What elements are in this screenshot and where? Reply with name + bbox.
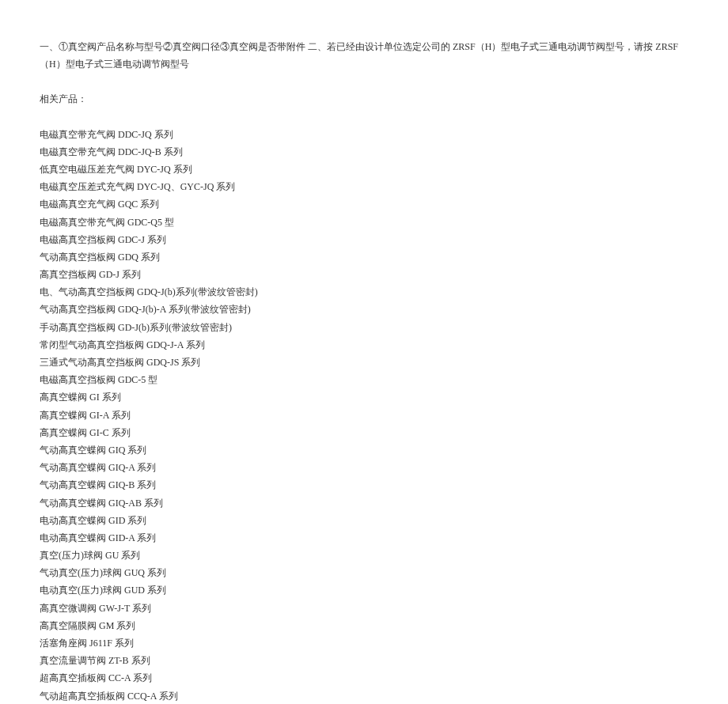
product-item: 电磁真空压差式充气阀 DYC-JQ、GYC-JQ 系列 [40, 178, 688, 195]
product-item: 三通式气动高真空挡板阀 GDQ-JS 系列 [40, 354, 688, 371]
intro-paragraph: 一、①真空阀产品名称与型号②真空阀口径③真空阀是否带附件 二、若已经由设计单位选… [40, 38, 688, 73]
product-item: 高真空蝶阀 GI-C 系列 [40, 424, 688, 441]
product-item: 气动高真空蝶阀 GIQ-AB 系列 [40, 494, 688, 512]
product-item: 高真空蝶阀 GI 系列 [40, 388, 688, 406]
product-item: 电磁真空带充气阀 DDC-JQ 系列 [40, 126, 688, 143]
product-item: 高真空隔膜阀 GM 系列 [40, 617, 688, 634]
product-item: 真空(压力)球阀 GU 系列 [40, 547, 688, 564]
product-item: 电动高真空蝶阀 GID-A 系列 [40, 529, 688, 547]
product-item: 电磁高真空带充气阀 GDC-Q5 型 [40, 214, 688, 231]
product-item: 超高真空插板阀 CC-A 系列 [40, 669, 688, 687]
product-item: 气动高真空蝶阀 GIQ-A 系列 [40, 459, 688, 476]
related-products-heading: 相关产品： [40, 90, 688, 108]
product-item: 电、气动高真空挡板阀 GDQ-J(b)系列(带波纹管密封) [40, 283, 688, 301]
product-item: 电磁高真空挡板阀 GDC-5 型 [40, 371, 688, 388]
product-item: 气动超高真空插板阀 CCQ-A 系列 [40, 687, 688, 704]
product-item: 高真空蝶阀 GI-A 系列 [40, 407, 688, 424]
product-list: 电磁真空带充气阀 DDC-JQ 系列电磁真空带充气阀 DDC-JQ-B 系列低真… [40, 126, 688, 704]
product-item: 气动真空(压力)球阀 GUQ 系列 [40, 564, 688, 581]
product-item: 低真空电磁压差充气阀 DYC-JQ 系列 [40, 161, 688, 178]
product-item: 电动真空(压力)球阀 GUD 系列 [40, 581, 688, 599]
product-item: 活塞角座阀 J611F 系列 [40, 634, 688, 652]
product-item: 气动高真空蝶阀 GIQ-B 系列 [40, 476, 688, 494]
product-item: 气动高真空挡板阀 GDQ-J(b)-A 系列(带波纹管密封) [40, 301, 688, 318]
product-item: 真空流量调节阀 ZT-B 系列 [40, 652, 688, 669]
product-item: 手动高真空挡板阀 GD-J(b)系列(带波纹管密封) [40, 319, 688, 336]
product-item: 高真空挡板阀 GD-J 系列 [40, 266, 688, 283]
product-item: 电磁真空带充气阀 DDC-JQ-B 系列 [40, 143, 688, 161]
product-item: 气动高真空蝶阀 GIQ 系列 [40, 441, 688, 459]
product-item: 气动高真空挡板阀 GDQ 系列 [40, 248, 688, 266]
product-item: 电动高真空蝶阀 GID 系列 [40, 512, 688, 529]
product-item: 电磁高真空挡板阀 GDC-J 系列 [40, 231, 688, 248]
product-item: 高真空微调阀 GW-J-T 系列 [40, 600, 688, 617]
product-item: 常闭型气动高真空挡板阀 GDQ-J-A 系列 [40, 336, 688, 354]
product-item: 电磁高真空充气阀 GQC 系列 [40, 195, 688, 213]
